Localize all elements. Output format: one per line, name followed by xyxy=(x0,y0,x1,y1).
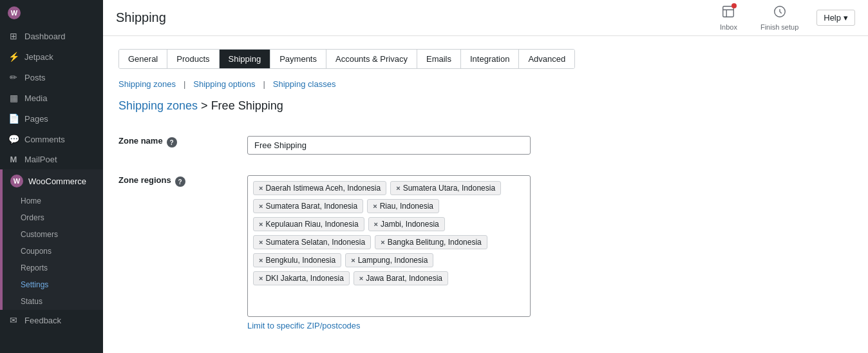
inbox-button[interactable]: Inbox xyxy=(715,2,742,33)
zone-regions-row: Zone regions ? ×Daerah Istimewa Aceh, In… xyxy=(118,165,853,341)
tab-payments[interactable]: Payments xyxy=(270,50,326,68)
settings-content: General Products Shipping Payments Accou… xyxy=(103,36,868,353)
tab-integration[interactable]: Integration xyxy=(461,50,519,68)
main-area: Shipping Inbox Finish setu xyxy=(103,0,868,353)
woocommerce-header[interactable]: W WooCommerce xyxy=(3,169,103,193)
sidebar-item-home[interactable]: Home xyxy=(3,193,103,209)
pages-icon: 📄 xyxy=(8,113,19,124)
remove-region-button[interactable]: × xyxy=(259,202,263,210)
breadcrumb-link[interactable]: Shipping zones xyxy=(118,99,198,112)
comments-icon: 💬 xyxy=(8,134,19,144)
zone-form: Zone name ? Zone regions xyxy=(118,126,853,341)
page-title: Shipping xyxy=(116,10,166,25)
region-tag: ×Bengkulu, Indonesia xyxy=(253,253,341,267)
sidebar-item-status[interactable]: Status xyxy=(3,293,103,310)
chevron-down-icon: ▾ xyxy=(844,13,848,23)
region-tag: ×Jambi, Indonesia xyxy=(368,217,445,231)
zone-regions-label: Zone regions ? xyxy=(118,165,247,341)
zone-name-help-icon[interactable]: ? xyxy=(167,137,177,148)
limit-zip-link[interactable]: Limit to specific ZIP/postcodes xyxy=(247,321,853,330)
sidebar-item-media[interactable]: ▦ Media xyxy=(0,88,103,108)
svg-rect-0 xyxy=(723,6,734,17)
sidebar-item-reports[interactable]: Reports xyxy=(3,260,103,276)
sidebar-item-pages[interactable]: 📄 Pages xyxy=(0,108,103,129)
region-tag: ×Sumatera Utara, Indonesia xyxy=(390,181,501,195)
shipping-subnav: Shipping zones | Shipping options | Ship… xyxy=(118,79,853,89)
zone-name-input[interactable] xyxy=(247,136,531,155)
zone-name-label: Zone name ? xyxy=(118,126,247,165)
remove-region-button[interactable]: × xyxy=(396,184,400,192)
subnav-shipping-zones[interactable]: Shipping zones xyxy=(118,79,181,89)
settings-tabs: General Products Shipping Payments Accou… xyxy=(118,49,575,69)
region-tag: ×Jawa Barat, Indonesia xyxy=(354,271,448,285)
zone-regions-help-icon[interactable]: ? xyxy=(175,176,185,187)
zone-name-row: Zone name ? xyxy=(118,126,853,165)
breadcrumb-separator: > xyxy=(201,99,211,112)
tab-advanced[interactable]: Advanced xyxy=(519,50,574,68)
jetpack-icon: ⚡ xyxy=(8,52,19,62)
region-tag: ×Sumatera Barat, Indonesia xyxy=(253,199,363,213)
topbar-actions: Inbox Finish setup Help ▾ xyxy=(715,2,855,33)
region-tag: ×Bangka Belitung, Indonesia xyxy=(375,235,487,249)
sidebar-item-coupons[interactable]: Coupons xyxy=(3,243,103,260)
woocommerce-icon: W xyxy=(10,175,23,187)
topbar: Shipping Inbox Finish setu xyxy=(103,0,868,36)
region-tag: ×Daerah Istimewa Aceh, Indonesia xyxy=(253,181,386,195)
dashboard-icon: ⊞ xyxy=(8,31,19,41)
region-tag: ×DKI Jakarta, Indonesia xyxy=(253,271,350,285)
region-tag: ×Riau, Indonesia xyxy=(367,199,439,213)
media-icon: ▦ xyxy=(8,93,19,103)
remove-region-button[interactable]: × xyxy=(373,202,377,210)
sidebar-item-jetpack[interactable]: ⚡ Jetpack xyxy=(0,46,103,67)
region-tag: ×Sumatera Selatan, Indonesia xyxy=(253,235,371,249)
tab-emails[interactable]: Emails xyxy=(417,50,461,68)
sidebar: W ⊞ Dashboard ⚡ Jetpack ✏ Posts ▦ Media … xyxy=(0,0,103,353)
sidebar-item-feedback[interactable]: ✉ Feedback xyxy=(0,310,103,330)
mailpoet-icon: M xyxy=(8,155,19,164)
woocommerce-section: W WooCommerce Home Orders Customers Coup… xyxy=(0,169,103,310)
sidebar-item-settings[interactable]: Settings xyxy=(3,276,103,293)
zone-regions-box[interactable]: ×Daerah Istimewa Aceh, Indonesia×Sumater… xyxy=(247,175,531,317)
feedback-icon: ✉ xyxy=(8,315,19,325)
sidebar-item-dashboard[interactable]: ⊞ Dashboard xyxy=(0,26,103,46)
tab-products[interactable]: Products xyxy=(167,50,219,68)
remove-region-button[interactable]: × xyxy=(259,274,263,282)
sidebar-item-comments[interactable]: 💬 Comments xyxy=(0,129,103,149)
remove-region-button[interactable]: × xyxy=(259,238,263,246)
region-tag: ×Kepulauan Riau, Indonesia xyxy=(253,217,364,231)
tab-shipping[interactable]: Shipping xyxy=(220,50,271,68)
posts-icon: ✏ xyxy=(8,72,19,82)
content-area: General Products Shipping Payments Accou… xyxy=(103,36,868,353)
remove-region-button[interactable]: × xyxy=(259,256,263,264)
help-button[interactable]: Help ▾ xyxy=(816,10,855,26)
sidebar-logo: W xyxy=(0,0,103,26)
sidebar-item-posts[interactable]: ✏ Posts xyxy=(0,67,103,88)
remove-region-button[interactable]: × xyxy=(359,274,363,282)
tab-accounts-privacy[interactable]: Accounts & Privacy xyxy=(326,50,417,68)
finish-setup-button[interactable]: Finish setup xyxy=(755,2,804,33)
woocommerce-submenu: Home Orders Customers Coupons Reports Se… xyxy=(3,193,103,310)
remove-region-button[interactable]: × xyxy=(351,256,355,264)
sidebar-item-orders[interactable]: Orders xyxy=(3,209,103,226)
remove-region-button[interactable]: × xyxy=(259,220,263,228)
finish-setup-icon xyxy=(773,5,787,22)
region-tag: ×Lampung, Indonesia xyxy=(345,253,433,267)
sidebar-item-mailpoet[interactable]: M MailPoet xyxy=(0,149,103,169)
subnav-shipping-classes[interactable]: Shipping classes xyxy=(268,79,341,89)
breadcrumb: Shipping zones > Free Shipping xyxy=(118,99,853,113)
inbox-icon xyxy=(721,5,735,22)
remove-region-button[interactable]: × xyxy=(374,220,378,228)
remove-region-button[interactable]: × xyxy=(259,184,263,192)
breadcrumb-current: Free Shipping xyxy=(211,99,283,112)
remove-region-button[interactable]: × xyxy=(381,238,384,246)
subnav-shipping-options[interactable]: Shipping options xyxy=(188,79,260,89)
sidebar-item-customers[interactable]: Customers xyxy=(3,226,103,243)
wp-logo-icon: W xyxy=(8,6,21,19)
tab-general[interactable]: General xyxy=(119,50,167,68)
